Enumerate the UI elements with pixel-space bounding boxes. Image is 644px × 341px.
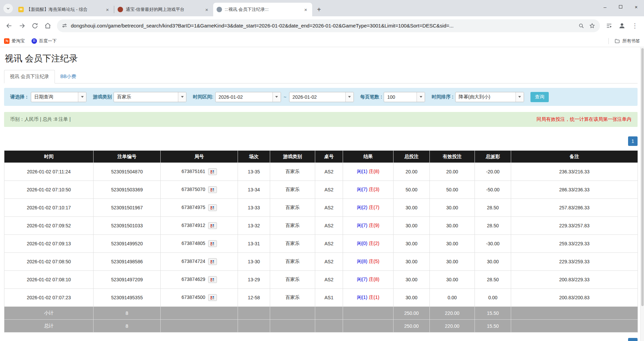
forum-favicon-icon: [18, 7, 24, 12]
cell-bet-id: 523091503369: [94, 181, 161, 199]
cell-total-bet-link[interactable]: 20.00: [394, 163, 430, 181]
date-end-input[interactable]: 2026-01-02: [289, 92, 354, 102]
date-start-input[interactable]: 2026-01-02: [215, 92, 281, 102]
bookmark-label: 爱淘宝: [12, 38, 25, 44]
browser-tab-active[interactable]: :::视讯 会员下注纪录::: ×: [213, 3, 312, 16]
home-button[interactable]: [41, 19, 54, 32]
tab-bb-tips[interactable]: BB小费: [55, 70, 82, 83]
chevron-down-icon[interactable]: [178, 92, 186, 102]
media-controls-button[interactable]: [603, 19, 616, 32]
page-size-value: 100: [384, 92, 417, 102]
chevron-down-icon[interactable]: [417, 92, 425, 102]
chevron-down-icon[interactable]: [273, 92, 281, 102]
col-table-no: 桌号: [315, 151, 343, 163]
site-info-icon[interactable]: [62, 23, 67, 29]
all-bookmarks-button[interactable]: 所有书签: [608, 38, 640, 44]
maximize-button[interactable]: [613, 0, 628, 14]
bookmark-label: 百度一下: [39, 38, 57, 44]
cell-session: 13-34: [238, 181, 270, 199]
road-map-icon[interactable]: [208, 240, 217, 247]
page-1-button[interactable]: 1: [628, 136, 638, 146]
road-map-icon[interactable]: [208, 204, 217, 211]
game-type-select[interactable]: 百家乐: [114, 92, 186, 102]
cell-valid-bet: 30.00: [430, 217, 475, 235]
cell-bet-id: 523091501033: [94, 217, 161, 235]
cell-total-bet-link[interactable]: 30.00: [394, 289, 430, 307]
col-payout: 总派彩: [475, 151, 511, 163]
back-button[interactable]: [3, 19, 16, 32]
cell-payout: 30.00: [475, 253, 511, 271]
cell-remark: 229.33/257.83: [511, 217, 638, 235]
cell-remark: 236.33/216.33: [511, 163, 638, 181]
result-banker: 庄(9): [369, 223, 379, 228]
search-button[interactable]: 查询: [530, 92, 549, 102]
lens-search-icon[interactable]: [578, 23, 584, 29]
minimize-button[interactable]: –: [597, 0, 613, 14]
cell-game-type: 百家乐: [270, 235, 315, 253]
chevron-down-icon[interactable]: [516, 92, 524, 102]
cell-valid-bet: 0.00: [430, 289, 475, 307]
table-row: 2026-01-02 07:09:52 523091501033 6738749…: [4, 217, 638, 235]
tab-search-button[interactable]: [3, 4, 13, 13]
road-map-icon[interactable]: [208, 258, 217, 265]
result-banker: 庄(1): [369, 295, 379, 300]
cell-remark: 286.33/236.33: [511, 181, 638, 199]
scrollbar-thumb[interactable]: [641, 48, 644, 306]
road-map-icon[interactable]: [208, 276, 217, 283]
cell-game-type: 百家乐: [270, 271, 315, 289]
cell-total-bet-link[interactable]: 30.00: [394, 253, 430, 271]
road-map-icon[interactable]: [208, 294, 217, 301]
page-size-label: 每页笔数 :: [360, 94, 382, 100]
profile-button[interactable]: [616, 19, 628, 32]
bookmark-star-icon[interactable]: [589, 23, 595, 29]
browser-menu-button[interactable]: ⋮: [628, 19, 641, 32]
result-player: 闲(1): [357, 295, 367, 300]
col-game-type: 游戏类别: [270, 151, 315, 163]
cell-total-bet-link[interactable]: 30.00: [394, 199, 430, 217]
round-number: 673874805: [181, 241, 205, 246]
close-window-button[interactable]: ×: [628, 0, 644, 14]
bookmark-baidu[interactable]: 百 百度一下: [32, 38, 57, 44]
cell-valid-bet: 50.00: [430, 181, 475, 199]
query-type-label: 请选择：: [10, 94, 29, 100]
col-time: 时间: [4, 151, 94, 163]
cell-total-bet-link[interactable]: 30.00: [394, 271, 430, 289]
chevron-down-icon[interactable]: [78, 92, 86, 102]
cell-valid-bet: 30.00: [430, 253, 475, 271]
close-tab-icon[interactable]: ×: [204, 6, 210, 13]
browser-tab-2[interactable]: 通宝-信誉最好的网上游戏平台 ×: [114, 3, 213, 16]
sort-order-select[interactable]: 降幂(由大到小): [455, 92, 524, 102]
forward-arrow-icon: [19, 22, 25, 29]
url-text[interactable]: dongshouji.com/game/betrecord_search/kin…: [71, 23, 573, 29]
address-bar[interactable]: dongshouji.com/game/betrecord_search/kin…: [57, 19, 600, 32]
cell-session: 13-32: [238, 217, 270, 235]
refresh-button[interactable]: [28, 19, 41, 32]
cell-total-bet-link[interactable]: 50.00: [394, 181, 430, 199]
forward-button[interactable]: [16, 19, 28, 32]
date-range-tilde: ~: [284, 94, 286, 100]
bookmark-aitaobao[interactable]: 淘 爱淘宝: [4, 38, 25, 44]
table-row: 2026-01-02 07:10:17 523091501967 6738749…: [4, 199, 638, 217]
cell-table-no: AS2: [315, 217, 343, 235]
browser-tab-1[interactable]: 【新提醒】海燕策略论坛 - 综合 ×: [15, 3, 114, 16]
back-arrow-icon: [6, 22, 13, 29]
cell-session: 13-30: [238, 253, 270, 271]
folder-icon: [615, 38, 620, 44]
page-scrollbar[interactable]: [640, 48, 644, 341]
chevron-down-icon[interactable]: [345, 92, 354, 102]
page-1-button-bottom[interactable]: 1: [628, 338, 638, 341]
road-map-icon[interactable]: [208, 186, 217, 193]
tab-bet-records[interactable]: 视讯 会员下注纪录: [4, 70, 55, 83]
close-tab-icon[interactable]: ×: [303, 6, 309, 13]
road-map-icon[interactable]: [208, 168, 217, 175]
road-map-icon[interactable]: [208, 222, 217, 229]
cell-total-bet-link[interactable]: 30.00: [394, 217, 430, 235]
cell-round: 673874805: [161, 235, 238, 253]
col-session: 场次: [238, 151, 270, 163]
query-type-select[interactable]: 日期查询: [31, 92, 86, 102]
cell-table-no: AS2: [315, 181, 343, 199]
page-size-select[interactable]: 100: [384, 92, 425, 102]
new-tab-button[interactable]: +: [314, 5, 324, 14]
close-tab-icon[interactable]: ×: [104, 6, 110, 13]
cell-total-bet-link[interactable]: 30.00: [394, 235, 430, 253]
